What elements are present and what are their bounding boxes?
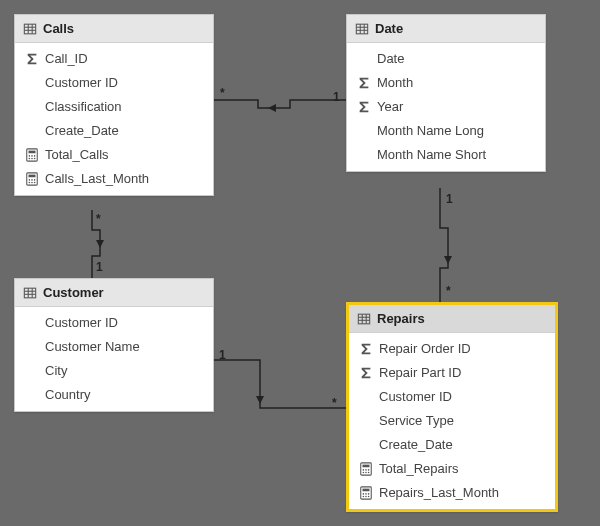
- svg-point-19: [29, 179, 31, 181]
- table-title: Repairs: [377, 311, 425, 326]
- field-label: Repair Order ID: [379, 341, 471, 357]
- blank-icon: [25, 76, 39, 90]
- field-label: Create_Date: [45, 123, 119, 139]
- svg-point-50: [363, 493, 365, 495]
- field-row[interactable]: Month Name Short: [347, 143, 545, 167]
- field-row[interactable]: Total_Calls: [15, 143, 213, 167]
- sigma-icon: [359, 342, 373, 356]
- table-header-date[interactable]: Date: [347, 15, 545, 43]
- svg-marker-1: [96, 240, 104, 248]
- field-label: Customer Name: [45, 339, 140, 355]
- field-label: Customer ID: [45, 75, 118, 91]
- field-row[interactable]: Create_Date: [15, 119, 213, 143]
- field-label: Call_ID: [45, 51, 88, 67]
- field-row[interactable]: Date: [347, 47, 545, 71]
- table-icon: [357, 312, 371, 326]
- svg-point-44: [368, 469, 370, 471]
- svg-rect-4: [24, 24, 35, 34]
- field-label: Service Type: [379, 413, 454, 429]
- table-repairs[interactable]: Repairs Repair Order IDRepair Part IDCus…: [346, 302, 558, 512]
- svg-point-42: [363, 469, 365, 471]
- cardinality-one: 1: [96, 260, 103, 274]
- cardinality-one: 1: [219, 348, 226, 362]
- svg-point-46: [365, 472, 367, 474]
- svg-point-23: [31, 182, 33, 184]
- field-label: Month Name Long: [377, 123, 484, 139]
- field-label: Month Name Short: [377, 147, 486, 163]
- field-label: City: [45, 363, 67, 379]
- field-row[interactable]: Country: [15, 383, 213, 407]
- svg-point-51: [365, 493, 367, 495]
- field-label: Customer ID: [379, 389, 452, 405]
- table-calls[interactable]: Calls Call_IDCustomer IDClassificationCr…: [14, 14, 214, 196]
- blank-icon: [359, 390, 373, 404]
- field-row[interactable]: Call_ID: [15, 47, 213, 71]
- field-label: Year: [377, 99, 403, 115]
- field-row[interactable]: Service Type: [349, 409, 555, 433]
- cardinality-star: *: [220, 86, 225, 100]
- field-label: Total_Calls: [45, 147, 109, 163]
- field-row[interactable]: Month: [347, 71, 545, 95]
- table-header-repairs[interactable]: Repairs: [349, 305, 555, 333]
- svg-rect-30: [24, 288, 35, 298]
- svg-rect-25: [356, 24, 367, 34]
- field-label: Country: [45, 387, 91, 403]
- table-header-customer[interactable]: Customer: [15, 279, 213, 307]
- blank-icon: [359, 414, 373, 428]
- field-label: Classification: [45, 99, 122, 115]
- field-row[interactable]: Create_Date: [349, 433, 555, 457]
- blank-icon: [357, 148, 371, 162]
- field-row[interactable]: Calls_Last_Month: [15, 167, 213, 191]
- blank-icon: [357, 124, 371, 138]
- table-icon: [23, 286, 37, 300]
- svg-rect-35: [358, 314, 369, 324]
- field-row[interactable]: Classification: [15, 95, 213, 119]
- svg-rect-10: [29, 151, 36, 154]
- field-row[interactable]: Repair Part ID: [349, 361, 555, 385]
- field-list-calls: Call_IDCustomer IDClassificationCreate_D…: [15, 43, 213, 195]
- svg-point-53: [363, 496, 365, 498]
- field-row[interactable]: Year: [347, 95, 545, 119]
- field-row[interactable]: Customer ID: [15, 311, 213, 335]
- table-title: Calls: [43, 21, 74, 36]
- table-header-calls[interactable]: Calls: [15, 15, 213, 43]
- cardinality-star: *: [446, 284, 451, 298]
- blank-icon: [25, 316, 39, 330]
- svg-point-21: [34, 179, 36, 181]
- cardinality-one: 1: [333, 90, 340, 104]
- svg-point-14: [29, 158, 31, 160]
- field-label: Create_Date: [379, 437, 453, 453]
- svg-point-11: [29, 155, 31, 157]
- blank-icon: [25, 340, 39, 354]
- svg-point-52: [368, 493, 370, 495]
- svg-point-15: [31, 158, 33, 160]
- svg-point-16: [34, 158, 36, 160]
- field-row[interactable]: Total_Repairs: [349, 457, 555, 481]
- field-row[interactable]: Repairs_Last_Month: [349, 481, 555, 505]
- svg-marker-3: [444, 256, 452, 264]
- svg-point-12: [31, 155, 33, 157]
- blank-icon: [25, 124, 39, 138]
- calculator-icon: [359, 462, 373, 476]
- table-customer[interactable]: Customer Customer IDCustomer NameCityCou…: [14, 278, 214, 412]
- svg-point-13: [34, 155, 36, 157]
- sigma-icon: [357, 76, 371, 90]
- blank-icon: [25, 364, 39, 378]
- blank-icon: [357, 52, 371, 66]
- svg-point-47: [368, 472, 370, 474]
- table-icon: [23, 22, 37, 36]
- field-row[interactable]: Customer ID: [15, 71, 213, 95]
- calculator-icon: [25, 172, 39, 186]
- field-row[interactable]: Customer ID: [349, 385, 555, 409]
- svg-rect-49: [363, 489, 370, 492]
- field-list-repairs: Repair Order IDRepair Part IDCustomer ID…: [349, 333, 555, 509]
- svg-marker-0: [268, 104, 276, 112]
- field-row[interactable]: Customer Name: [15, 335, 213, 359]
- field-label: Repair Part ID: [379, 365, 461, 381]
- table-title: Customer: [43, 285, 104, 300]
- field-row[interactable]: Month Name Long: [347, 119, 545, 143]
- field-row[interactable]: Repair Order ID: [349, 337, 555, 361]
- field-row[interactable]: City: [15, 359, 213, 383]
- cardinality-star: *: [96, 212, 101, 226]
- table-date[interactable]: Date DateMonthYearMonth Name LongMonth N…: [346, 14, 546, 172]
